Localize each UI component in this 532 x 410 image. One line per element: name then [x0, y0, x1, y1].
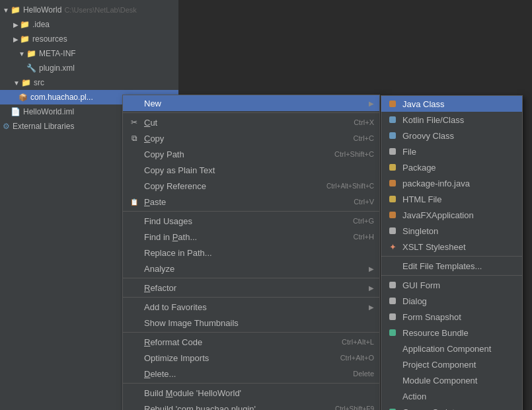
menu-item-build-module[interactable]: Build Module 'HelloWorld' — [123, 385, 379, 401]
form-snapshot-icon — [387, 312, 399, 322]
menu-item-find-usages[interactable]: Find Usages Ctrl+G — [123, 213, 379, 229]
resource-bundle-icon — [387, 328, 399, 338]
submenu-item-dialog-label: Dialog — [402, 296, 427, 306]
menu-item-favorites-label: Add to Favorites — [144, 302, 363, 312]
submenu-item-resource-bundle[interactable]: Resource Bundle — [381, 325, 522, 341]
submenu-item-app-component-label: Application Component — [402, 344, 491, 354]
submenu-item-package-info[interactable]: package-info.java — [381, 175, 522, 191]
file-icon — [387, 147, 399, 157]
tree-item-label: HelloWorld.iml — [23, 107, 74, 116]
groovy-class-icon — [387, 131, 399, 141]
menu-item-image-thumbnails[interactable]: Show Image Thumbnails — [123, 315, 379, 331]
submenu-item-groovy-class[interactable]: Groovy Class — [381, 128, 522, 144]
menu-item-cut[interactable]: Cut Ctrl+X — [123, 114, 379, 130]
menu-item-paste[interactable]: Paste Ctrl+V — [123, 194, 379, 210]
tree-item-label: META-INF — [39, 49, 76, 58]
submenu-item-file[interactable]: File — [381, 144, 522, 159]
separator-3 — [123, 278, 379, 278]
menu-item-copy-label: Copy — [144, 134, 343, 144]
submenu-item-java-class[interactable]: Java Class — [381, 96, 522, 112]
submenu-item-kotlin-label: Kotlin File/Class — [402, 115, 464, 125]
submenu-item-package[interactable]: Package — [381, 159, 522, 175]
menu-item-delete-label: Delete... — [144, 369, 342, 379]
menu-item-copy-path[interactable]: Copy Path Ctrl+Shift+C — [123, 146, 379, 162]
menu-item-copy-plain[interactable]: Copy as Plain Text — [123, 162, 379, 178]
copy-ref-shortcut: Ctrl+Alt+Shift+C — [326, 183, 374, 190]
submenu-item-form-snapshot[interactable]: Form Snapshot — [381, 309, 522, 325]
tree-item-src[interactable]: ▼ 📁 src — [0, 75, 178, 90]
copy-path-shortcut: Ctrl+Shift+C — [334, 150, 374, 158]
menu-item-copy-reference-label: Copy Reference — [144, 181, 316, 191]
menu-item-replace-path[interactable]: Replace in Path... — [123, 245, 379, 261]
submenu-item-form-snapshot-label: Form Snapshot — [402, 312, 461, 322]
separator-4 — [123, 297, 379, 298]
separator-2 — [123, 211, 379, 212]
submenu-item-groovy-script[interactable]: Groovy Script — [381, 404, 522, 410]
menu-item-analyze[interactable]: Analyze ▶ — [123, 261, 379, 276]
submenu-item-app-component[interactable]: Application Component — [381, 341, 522, 356]
menu-item-reformat[interactable]: Reformat Code Ctrl+Alt+L — [123, 334, 379, 350]
menu-item-replace-path-label: Replace in Path... — [144, 248, 374, 258]
menu-item-add-favorites[interactable]: Add to Favorites ▶ — [123, 299, 379, 315]
separator-6 — [123, 383, 379, 384]
separator-1 — [123, 112, 379, 113]
copy-shortcut: Ctrl+C — [354, 134, 374, 142]
menu-item-thumbnails-label: Show Image Thumbnails — [144, 318, 374, 328]
cut-shortcut: Ctrl+X — [354, 118, 374, 126]
html-icon — [387, 194, 399, 204]
submenu-item-java-class-label: Java Class — [402, 99, 445, 109]
menu-item-copy-reference[interactable]: Copy Reference Ctrl+Alt+Shift+C — [123, 178, 379, 194]
submenu-item-project-component[interactable]: Project Component — [381, 356, 522, 372]
find-usages-shortcut: Ctrl+G — [353, 217, 374, 225]
javafx-icon — [387, 210, 399, 220]
submenu-item-action-label: Action — [402, 391, 426, 401]
tree-item-plugin-xml[interactable]: 🔧 plugin.xml — [0, 61, 178, 75]
tree-item-resources[interactable]: ▶ 📁 resources — [0, 32, 178, 46]
tree-item-idea[interactable]: ▶ 📁 .idea — [0, 17, 178, 32]
menu-item-build-label: Build Module 'HelloWorld' — [144, 388, 374, 398]
tree-item-label: com.huachao.pl... — [30, 93, 93, 102]
menu-item-refactor[interactable]: Refactor ▶ — [123, 280, 379, 296]
tree-item-meta-inf[interactable]: ▼ 📁 META-INF — [0, 46, 178, 61]
submenu-item-action[interactable]: Action — [381, 388, 522, 404]
submenu-item-kotlin[interactable]: Kotlin File/Class — [381, 112, 522, 128]
singleton-icon — [387, 226, 399, 236]
menu-item-rebuild[interactable]: Rebuild 'com.huachao.plugin' Ctrl+Shift+… — [123, 401, 379, 410]
submenu-new: Java Class Kotlin File/Class Groovy Clas… — [381, 95, 523, 410]
menu-item-find-path[interactable]: Find in Path... Ctrl+H — [123, 229, 379, 245]
separator-5 — [123, 332, 379, 333]
menu-item-optimize[interactable]: Optimize Imports Ctrl+Alt+O — [123, 350, 379, 366]
menu-item-new[interactable]: New ▶ — [123, 95, 379, 111]
tree-item-label: plugin.xml — [39, 63, 75, 73]
java-class-icon — [387, 99, 399, 109]
paste-shortcut: Ctrl+V — [354, 198, 374, 206]
submenu-item-xslt-label: XSLT Stylesheet — [402, 242, 466, 252]
submenu-item-javafx[interactable]: JavaFXApplication — [381, 207, 522, 223]
submenu-item-gui-form[interactable]: GUI Form — [381, 277, 522, 293]
menu-item-analyze-label: Analyze — [144, 264, 363, 274]
menu-item-copy-plain-label: Copy as Plain Text — [144, 165, 374, 175]
submenu-item-edit-templates[interactable]: Edit File Templates... — [381, 258, 522, 274]
tree-item-label: HelloWorld — [23, 5, 61, 15]
menu-item-cut-label: Cut — [144, 118, 343, 128]
menu-item-copy-path-label: Copy Path — [144, 149, 324, 159]
submenu-item-package-label: Package — [402, 163, 436, 173]
submenu-sep-1 — [381, 256, 522, 257]
menu-item-optimize-label: Optimize Imports — [144, 353, 330, 363]
xslt-icon: ✦ — [387, 242, 399, 252]
tree-item-label: resources — [32, 34, 67, 44]
gui-form-icon — [387, 280, 399, 290]
menu-item-new-label: New — [144, 99, 363, 108]
submenu-item-dialog[interactable]: Dialog — [381, 293, 522, 309]
submenu-item-singleton[interactable]: Singleton — [381, 223, 522, 239]
submenu-item-xslt[interactable]: ✦ XSLT Stylesheet — [381, 239, 522, 255]
submenu-item-html[interactable]: HTML File — [381, 191, 522, 207]
menu-item-copy[interactable]: Copy Ctrl+C — [123, 130, 379, 146]
submenu-item-module-component[interactable]: Module Component — [381, 372, 522, 388]
tree-item-helloworld[interactable]: ▼ 📁 HelloWorld C:\Users\NetLab\Desk — [0, 3, 178, 17]
menu-item-delete[interactable]: Delete... Delete — [123, 366, 379, 382]
submenu-item-groovy-class-label: Groovy Class — [402, 131, 454, 141]
submenu-item-javafx-label: JavaFXApplication — [402, 210, 474, 220]
submenu-arrow-new: ▶ — [369, 100, 374, 107]
submenu-item-file-label: File — [402, 147, 416, 157]
